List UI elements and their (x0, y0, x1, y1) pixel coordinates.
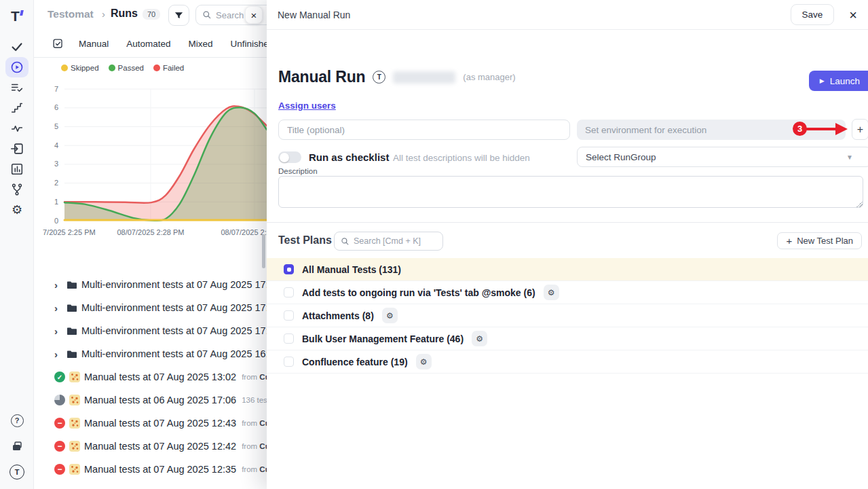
status-passed-icon: ✓ (54, 372, 65, 382)
annotation-arrow (803, 121, 850, 137)
run-folder-row[interactable]: › Multi-environment tests at 07 Aug 2025… (34, 342, 267, 365)
sidebar-item-help[interactable]: ? (5, 410, 29, 431)
topbar: Testomat › Runs 70 × (34, 0, 267, 30)
test-plan-row[interactable]: All Manual Tests (131) (267, 258, 868, 281)
brand-circle-icon: T (10, 465, 24, 479)
chevron-right-icon[interactable]: › (54, 325, 67, 337)
list-check-icon (10, 80, 24, 95)
test-plan-checkbox[interactable] (284, 310, 294, 321)
chevron-right-icon[interactable]: › (54, 348, 67, 360)
description-textarea[interactable] (278, 176, 863, 208)
run-folder-row[interactable]: › Multi-environment tests at 07 Aug 2025… (34, 296, 267, 319)
bar-chart-icon (10, 162, 24, 177)
test-plan-checkbox[interactable] (284, 264, 294, 274)
run-label: Manual tests at 07 Aug 2025 13:02 (84, 372, 236, 382)
sidebar-item-branches[interactable] (5, 179, 29, 200)
sidebar-item-pulse[interactable] (5, 118, 29, 139)
sidebar-item-milestones[interactable] (5, 98, 29, 118)
tab-mixed[interactable]: Mixed (189, 39, 213, 49)
launch-label: Launch (830, 76, 860, 86)
import-icon (10, 141, 24, 156)
drawer-title: New Manual Run (278, 10, 350, 20)
new-test-plan-button[interactable]: + New Test Plan (777, 232, 862, 249)
chevron-right-icon[interactable]: › (54, 279, 67, 291)
brand-logo[interactable]: T (0, 5, 34, 27)
sidebar-item-docs[interactable] (5, 436, 29, 456)
run-meta: from Custom (242, 419, 267, 427)
runs-count-badge: 70 (143, 9, 160, 20)
run-row[interactable]: − Manual tests at 07 Aug 2025 12:35from … (34, 458, 267, 481)
chevron-down-icon: ▼ (846, 153, 853, 161)
sidebar-item-settings[interactable]: ⚙ (5, 200, 29, 220)
x-axis-label: 7/2025 2:25 PM (43, 228, 96, 236)
close-icon[interactable]: × (849, 8, 857, 22)
sidebar-item-import[interactable] (5, 139, 29, 159)
run-label: Multi-environment tests at 07 Aug 2025 1… (81, 302, 267, 313)
legend-failed: Failed (153, 64, 184, 72)
svg-text:1: 1 (54, 198, 58, 206)
test-plan-checkbox[interactable] (284, 333, 294, 344)
filter-button[interactable] (168, 5, 189, 26)
run-row[interactable]: − Manual tests at 07 Aug 2025 12:43from … (34, 412, 267, 435)
test-plan-checkbox[interactable] (284, 287, 294, 297)
search-clear-button[interactable]: × (245, 6, 263, 24)
run-meta: from Custom (242, 465, 267, 473)
assign-users-link[interactable]: Assign users (278, 101, 336, 111)
svg-text:0: 0 (54, 217, 58, 225)
rungroup-select[interactable]: Select RunGroup ▼ (577, 147, 868, 167)
run-row[interactable]: ✓ Manual tests at 07 Aug 2025 13:02from … (34, 365, 267, 388)
gear-icon: ⚙ (548, 289, 555, 297)
chevron-right-icon[interactable]: › (54, 302, 67, 314)
run-as-checklist-toggle[interactable] (278, 151, 301, 163)
run-folder-row[interactable]: › Multi-environment tests at 07 Aug 2025… (34, 319, 267, 342)
sidebar-item-brand[interactable]: T (5, 462, 29, 482)
plus-icon: + (786, 235, 792, 247)
test-plan-settings-button[interactable]: ⚙ (544, 285, 559, 300)
gear-icon: ⚙ (476, 335, 483, 343)
test-plan-settings-button[interactable]: ⚙ (416, 354, 432, 369)
sidebar-item-analytics[interactable] (5, 159, 29, 179)
test-plans-search[interactable] (334, 232, 443, 251)
x-axis-label: 08/07/2025 2:28 PM (117, 228, 184, 236)
test-plan-row[interactable]: Add tests to ongoing run via 'Tests' tab… (267, 281, 868, 304)
legend-skipped: Skipped (61, 64, 99, 72)
breadcrumb-current: Runs (111, 7, 138, 20)
test-plan-checkbox[interactable] (284, 357, 294, 367)
area-chart: 01234567 (43, 82, 267, 227)
funnel-icon (174, 10, 184, 20)
launch-button[interactable]: ▶ Launch (809, 71, 868, 91)
tab-unfinished[interactable]: Unfinished (231, 39, 267, 49)
manager-note: (as manager) (463, 72, 515, 82)
save-button[interactable]: Save (791, 4, 835, 25)
sidebar-item-test-plans[interactable] (5, 77, 29, 98)
run-row[interactable]: − Manual tests at 07 Aug 2025 12:42from … (34, 435, 267, 458)
test-plan-row[interactable]: Attachments (8) ⚙ (267, 304, 868, 327)
tab-automated[interactable]: Automated (126, 39, 170, 49)
test-plan-row[interactable]: Confluence feature (19) ⚙ (267, 350, 868, 374)
select-all-icon[interactable] (52, 38, 64, 52)
run-folder-row[interactable]: › Multi-environment tests at 07 Aug 2025… (34, 273, 267, 296)
test-plans-search-input[interactable] (354, 236, 434, 246)
project-badge-icon: T (373, 71, 385, 84)
add-environment-button[interactable]: + (852, 119, 868, 140)
checklist-label: Run as checklist (309, 151, 389, 163)
run-row[interactable]: Manual tests at 06 Aug 2025 17:06136 tes… (34, 388, 267, 412)
test-plan-label: Bulk User Management Feature (46) (302, 333, 464, 344)
run-label: Multi-environment tests at 07 Aug 2025 1… (81, 279, 267, 290)
test-plan-settings-button[interactable]: ⚙ (382, 308, 398, 323)
chart-legend: SkippedPassedFailed (61, 64, 184, 72)
folder-icon (67, 303, 77, 313)
tab-manual[interactable]: Manual (79, 39, 109, 49)
run-title-input[interactable] (278, 120, 570, 140)
docs-icon (10, 439, 24, 453)
status-failed-icon: − (54, 464, 65, 475)
sidebar-item-runs[interactable] (5, 57, 29, 77)
scrollbar-thumb[interactable] (262, 234, 265, 268)
test-plan-row[interactable]: Bulk User Management Feature (46) ⚙ (267, 327, 868, 350)
breadcrumb-project[interactable]: Testomat (48, 8, 94, 20)
redacted-project-name (393, 71, 455, 84)
runs-list: › Multi-environment tests at 07 Aug 2025… (34, 273, 267, 481)
sidebar-item-tests[interactable] (5, 37, 29, 57)
test-plan-settings-button[interactable]: ⚙ (472, 331, 487, 346)
brand-logo-accent (20, 10, 24, 16)
